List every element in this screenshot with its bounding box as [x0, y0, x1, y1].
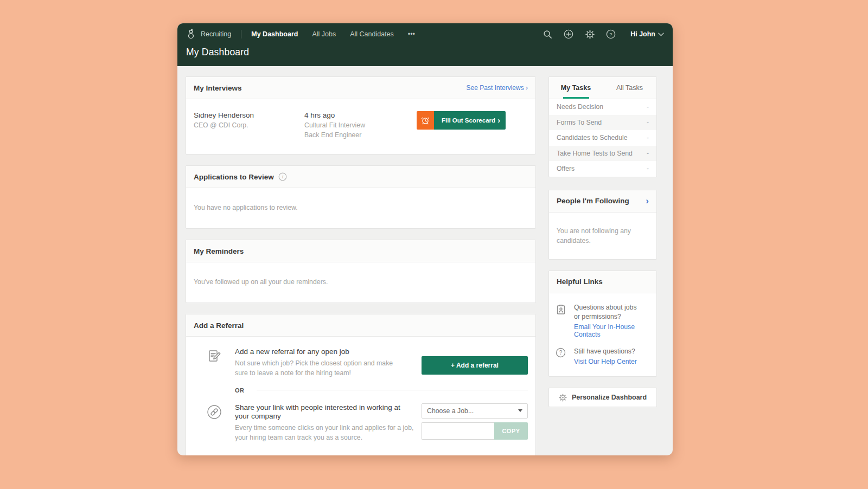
svg-text:?: ? [610, 31, 612, 37]
task-label: Offers [557, 165, 575, 172]
app-window: Recruiting My Dashboard All Jobs All Can… [177, 23, 673, 455]
task-row-candidates-to-schedule[interactable]: Candidates to Schedule - [549, 130, 656, 146]
following-chevron-icon[interactable]: › [646, 196, 649, 205]
search-icon[interactable] [542, 29, 552, 39]
add-referral-desc: Not sure which job? Pick the closest opt… [235, 359, 404, 378]
reminders-title: My Reminders [194, 247, 244, 255]
helpful-links-card: Helpful Links Questi [548, 271, 657, 377]
my-interviews-card: My Interviews See Past Interviews › Sidn… [186, 76, 536, 155]
add-icon[interactable] [564, 29, 573, 39]
see-past-interviews-link[interactable]: See Past Interviews › [467, 84, 528, 92]
task-row-take-home-tests[interactable]: Take Home Tests to Send - [549, 146, 656, 162]
following-title: People I'm Following [557, 197, 629, 205]
following-card: People I'm Following › You are not follo… [548, 190, 657, 260]
helpful-item-questions: ? Still have questions? Visit Our Help C… [556, 347, 650, 365]
interview-job: Back End Engineer [304, 131, 417, 139]
svg-text:?: ? [559, 350, 563, 356]
task-label: Candidates to Schedule [557, 134, 628, 141]
helpful-item-text: Questions about jobs or permissions? [574, 303, 642, 321]
task-row-offers[interactable]: Offers - [549, 161, 656, 177]
info-icon[interactable]: i [278, 172, 287, 181]
share-link-row: Share your link with people interested i… [194, 403, 528, 443]
visit-help-center-link[interactable]: Visit Our Help Center [574, 358, 637, 365]
interview-time: 4 hrs ago [304, 111, 417, 119]
contact-card-icon [556, 303, 574, 338]
add-a-referral-button[interactable]: + Add a referral [422, 356, 528, 375]
helpful-item-permissions: Questions about jobs or permissions? Ema… [556, 303, 650, 338]
applications-card: Applications to Review i You have no app… [186, 165, 536, 229]
page-title: My Dashboard [186, 47, 664, 58]
add-referral-card: Add a Referral Add a new referral fo [186, 314, 536, 455]
add-referral-heading: Add a new referral for any open job [235, 348, 416, 357]
my-interviews-title: My Interviews [194, 84, 242, 92]
helpful-links-title: Helpful Links [557, 278, 603, 286]
applications-title: Applications to Review [194, 173, 274, 181]
referral-link-input[interactable] [422, 422, 494, 440]
brand[interactable]: Recruiting [186, 29, 231, 39]
reminders-empty-text: You've followed up on all your due remin… [194, 278, 328, 286]
tab-my-tasks[interactable]: My Tasks [549, 77, 603, 99]
personalize-dashboard-label: Personalize Dashboard [572, 394, 647, 401]
top-header: Recruiting My Dashboard All Jobs All Can… [177, 23, 673, 66]
or-label: OR [235, 387, 245, 394]
candidate-name: Sidney Henderson [194, 111, 304, 119]
interview-row: Sidney Henderson CEO @ CDI Corp. 4 hrs a… [186, 99, 535, 154]
task-value: - [647, 119, 649, 126]
select-caret-icon [518, 409, 522, 412]
nav-tab-more[interactable]: ••• [408, 30, 415, 38]
task-label: Take Home Tests to Send [557, 150, 633, 157]
tab-all-tasks[interactable]: All Tasks [603, 77, 656, 99]
greenhouse-logo-icon [186, 29, 196, 39]
share-link-desc: Every time someone clicks on your link a… [235, 423, 414, 443]
help-icon[interactable]: ? [606, 29, 616, 39]
task-value: - [647, 134, 649, 141]
task-label: Forms To Send [557, 119, 602, 126]
task-value: - [647, 103, 649, 111]
brand-label: Recruiting [201, 30, 231, 38]
task-label: Needs Decision [557, 103, 603, 111]
copy-button[interactable]: COPY [494, 422, 528, 440]
add-referral-title: Add a Referral [194, 321, 244, 330]
choose-job-select[interactable]: Choose a Job... [422, 403, 528, 419]
scorecard-button-label: Fill Out Scorecard [442, 117, 495, 124]
alarm-clock-icon [417, 111, 434, 130]
candidate-role: CEO @ CDI Corp. [194, 121, 304, 129]
fill-out-scorecard-button[interactable]: Fill Out Scorecard › [417, 111, 506, 130]
share-link-icon [194, 403, 235, 420]
referral-note-icon [194, 348, 235, 365]
reminders-card: My Reminders You've followed up on all y… [186, 240, 536, 303]
nav-tab-my-dashboard[interactable]: My Dashboard [251, 30, 298, 38]
add-referral-row: Add a new referral for any open job Not … [194, 348, 528, 378]
svg-text:i: i [282, 174, 284, 179]
choose-job-value: Choose a Job... [427, 407, 474, 415]
task-value: - [647, 165, 649, 172]
tasks-card: My Tasks All Tasks Needs Decision - Form… [548, 76, 657, 177]
helpful-item-text: Still have questions? [574, 347, 637, 356]
or-divider: OR [194, 387, 528, 394]
following-empty-text: You are not following any candidates. [557, 227, 631, 244]
content-area: My Interviews See Past Interviews › Sidn… [177, 66, 673, 455]
user-menu[interactable]: Hi John [630, 30, 664, 38]
personalize-dashboard-button[interactable]: Personalize Dashboard [548, 388, 657, 407]
email-in-house-contacts-link[interactable]: Email Your In-House Contacts [574, 323, 650, 338]
chevron-down-icon [658, 33, 664, 36]
user-greeting: Hi John [630, 30, 655, 38]
task-row-forms-to-send[interactable]: Forms To Send - [549, 115, 656, 131]
share-link-heading: Share your link with people interested i… [235, 403, 416, 422]
nav-divider [241, 30, 241, 38]
applications-empty-text: You have no applications to review. [194, 204, 298, 211]
nav-tab-all-candidates[interactable]: All Candidates [350, 30, 394, 38]
task-value: - [647, 150, 649, 157]
nav-tab-all-jobs[interactable]: All Jobs [312, 30, 336, 38]
gear-icon [559, 394, 567, 402]
question-icon: ? [556, 347, 574, 365]
interview-type: Cultural Fit Interview [304, 121, 417, 129]
chevron-right-icon: › [497, 116, 500, 125]
task-row-needs-decision[interactable]: Needs Decision - [549, 99, 656, 115]
gear-icon[interactable] [585, 29, 595, 39]
